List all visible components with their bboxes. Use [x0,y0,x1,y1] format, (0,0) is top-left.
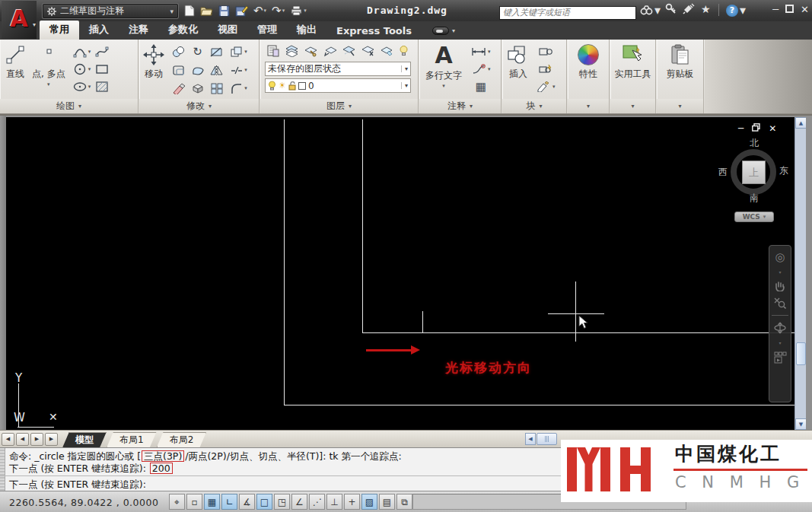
panel-block-footer[interactable]: 块▾ [502,99,566,113]
lineweight-toggle[interactable]: ▨ [361,494,377,510]
layer-off-button[interactable] [396,42,411,59]
trim-button[interactable] [209,43,224,61]
compass-west-label[interactable]: 西 [718,166,728,179]
ortho-toggle[interactable]: ∟ [221,494,237,510]
first-tab-button[interactable]: ◀ [2,433,14,446]
navigation-bar[interactable]: ◎ ▾ ▾ [769,245,791,402]
doc-restore-button[interactable] [752,123,760,132]
doc-minimize-button[interactable]: ─ [738,123,744,134]
command-window-grip[interactable] [0,448,5,491]
layer-isolate-button[interactable] [340,42,358,59]
dimension-button[interactable]: ▾ [470,43,492,60]
scroll-up-button[interactable]: ▲ [795,117,807,129]
maximize-button[interactable] [785,5,794,13]
compass-south-label[interactable]: 南 [750,192,759,205]
vertical-scrollbar[interactable]: ▲ ▼ [794,117,806,430]
search-input[interactable] [499,6,636,20]
steering-wheel-icon[interactable]: ◎ [775,252,785,263]
osnap-toggle[interactable]: □ [256,494,272,510]
redo-button[interactable]: ↷▾ [272,5,285,17]
zoom-icon[interactable] [774,297,786,309]
tab-express-tools[interactable]: Express Tools [326,23,422,40]
last-tab-button[interactable]: ▶ [45,433,58,446]
layer-state-dropdown[interactable]: 未保存的图层状态 ▾ [265,62,411,76]
scroll-down-button[interactable]: ▼ [795,418,807,430]
scroll-left-button[interactable]: ◀ [525,433,536,445]
mirror-button[interactable] [209,62,224,79]
pan-hand-icon[interactable] [774,281,786,291]
compass-north-label[interactable]: 北 [750,137,759,150]
array-button[interactable]: ▾ [229,43,249,61]
showmotion-icon[interactable] [774,351,787,364]
properties-button[interactable]: 特性 [578,41,599,97]
save-button[interactable] [218,5,230,17]
help-button[interactable]: ? ▾ [726,3,746,17]
polar-tracking-toggle[interactable]: ∡ [239,494,255,510]
command-input-line[interactable]: 下一点 (按 ENTER 键结束追踪): [9,479,146,491]
prev-tab-button[interactable]: ◀ [16,433,29,446]
paste-button[interactable]: 剪贴板 [667,41,694,97]
next-tab-button[interactable]: ▶ [30,433,43,446]
layer-dropdown[interactable]: ☀ 0 ▾ [265,78,411,93]
dynamic-input-toggle[interactable]: + [344,494,360,510]
tab-model[interactable]: 模型 [62,432,107,448]
table-button[interactable]: ▦ [470,78,492,95]
array-rect-button[interactable] [209,80,224,97]
workspace-selector[interactable]: 二维草图与注释 ▾ [43,4,178,18]
leader-button[interactable]: ▾ [470,60,492,78]
arc-button[interactable]: ▾ [72,43,93,60]
panel-modify-footer[interactable]: 修改▾ [139,99,259,113]
panel-clipboard-footer[interactable]: ▾ [657,99,703,113]
panel-annotation-footer[interactable]: 注释▾ [419,99,501,113]
hatch-button[interactable] [94,78,110,95]
layer-freeze-button[interactable] [378,42,395,59]
create-block-button[interactable] [535,43,557,60]
insert-block-button[interactable]: 插入 [507,41,530,97]
layer-unisolate-button[interactable] [359,42,377,59]
compass-east-label[interactable]: 东 [779,164,788,177]
polyline-button[interactable] [94,43,110,60]
rectangle-button[interactable] [94,60,110,78]
plot-button[interactable]: ▾ [290,5,307,16]
tab-view[interactable]: 视图 [208,21,247,40]
tab-layout1[interactable]: 布局1 [107,432,157,448]
panel-draw-footer[interactable]: 绘图▾ [0,99,138,113]
search-button[interactable]: ▾ [640,3,661,17]
viewcube-top-face[interactable]: 上 [742,161,766,184]
communication-center-button[interactable] [683,3,695,14]
grid-toggle[interactable]: ▦ [204,494,220,510]
model-space-canvas[interactable]: 光标移动方向 ─ ✕ 北 南 西 东 上 WCS ▾ ◎ ▾ [6,117,794,430]
circle-button[interactable]: ▾ [72,60,93,78]
break-button[interactable]: ▾ [229,62,249,79]
panel-layers-footer[interactable]: 图层▾ [260,99,418,113]
minimize-button[interactable]: ─ [772,3,779,17]
wcs-menu-button[interactable]: WCS ▾ [734,211,774,222]
new-file-button[interactable] [184,5,195,17]
mtext-button[interactable]: A 多行文字 ▾ [425,41,462,97]
application-menu-button[interactable]: A ▾ [2,1,37,39]
tab-home[interactable]: 常用 [40,21,79,40]
panel-properties-footer[interactable]: ▾ [568,99,609,113]
ribbon-display-toggle[interactable]: ▾ [432,27,455,40]
undo-button[interactable]: ↶▾ [253,5,266,17]
doc-close-button[interactable]: ✕ [769,123,776,134]
dynamic-ucs-toggle[interactable]: ⊥ [326,494,342,510]
horizontal-scrollbar[interactable]: ◀ [525,433,557,445]
layer-state-button[interactable] [283,42,301,59]
line-button[interactable]: 直线 [5,41,26,97]
panel-utilities-footer[interactable]: ▾ [610,99,655,113]
ellipse-button[interactable]: ▾ [72,78,93,95]
offset-button[interactable] [170,62,186,79]
open-file-button[interactable] [200,5,213,16]
rotate-button[interactable]: ↻ [191,43,204,61]
tab-parametric[interactable]: 参数化 [158,21,208,40]
sign-in-button[interactable] [665,3,677,14]
point-button[interactable]: 点, 多点 ▾ [32,41,65,97]
save-as-button[interactable] [235,5,248,17]
edit-polyline-button[interactable] [189,62,205,79]
vertical-scroll-thumb[interactable] [796,342,806,365]
erase-button[interactable] [170,80,186,97]
tab-manage[interactable]: 管理 [247,21,287,40]
layer-match-button[interactable] [302,42,320,59]
copy-button[interactable] [170,43,186,61]
